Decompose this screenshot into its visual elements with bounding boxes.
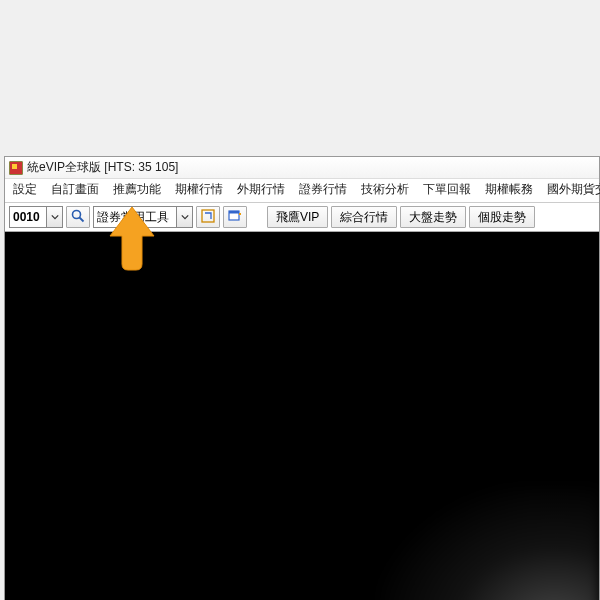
new-window-icon xyxy=(227,208,243,227)
content-area xyxy=(5,232,599,600)
refresh-icon xyxy=(200,208,216,227)
btn-stock-trend[interactable]: 個股走勢 xyxy=(469,206,535,228)
menu-technical-analysis[interactable]: 技術分析 xyxy=(361,181,409,198)
menu-custom-screen[interactable]: 自訂畫面 xyxy=(51,181,99,198)
menu-options-account[interactable]: 期權帳務 xyxy=(485,181,533,198)
svg-line-1 xyxy=(80,217,84,221)
app-window: 統eVIP全球版 [HTS: 35 105] 設定 自訂畫面 推薦功能 期權行情… xyxy=(4,156,600,600)
search-icon xyxy=(70,208,86,227)
titlebar: 統eVIP全球版 [HTS: 35 105] xyxy=(5,157,599,179)
chevron-down-icon[interactable] xyxy=(176,207,192,227)
chevron-down-icon[interactable] xyxy=(46,207,62,227)
new-window-button[interactable] xyxy=(223,206,247,228)
app-icon xyxy=(9,161,23,175)
btn-label: 大盤走勢 xyxy=(409,209,457,226)
svg-point-0 xyxy=(73,210,81,218)
btn-combined-quotes[interactable]: 綜合行情 xyxy=(331,206,397,228)
tool-combo[interactable] xyxy=(93,206,193,228)
menu-securities-quotes[interactable]: 證券行情 xyxy=(299,181,347,198)
menu-order-report[interactable]: 下單回報 xyxy=(423,181,471,198)
refresh-button[interactable] xyxy=(196,206,220,228)
btn-market-trend[interactable]: 大盤走勢 xyxy=(400,206,466,228)
btn-label: 綜合行情 xyxy=(340,209,388,226)
menu-settings[interactable]: 設定 xyxy=(13,181,37,198)
stock-code-combo[interactable] xyxy=(9,206,63,228)
btn-label: 個股走勢 xyxy=(478,209,526,226)
menu-recommend[interactable]: 推薦功能 xyxy=(113,181,161,198)
btn-label: 飛鷹VIP xyxy=(276,209,319,226)
toolbar: 飛鷹VIP 綜合行情 大盤走勢 個股走勢 xyxy=(5,203,599,232)
menu-options-quotes[interactable]: 期權行情 xyxy=(175,181,223,198)
window-title: 統eVIP全球版 [HTS: 35 105] xyxy=(27,159,178,176)
menu-foreign-futures-account[interactable]: 國外期貨交易帳務 xyxy=(547,181,600,198)
background-gradient xyxy=(379,486,599,600)
menu-foreign-futures[interactable]: 外期行情 xyxy=(237,181,285,198)
menubar: 設定 自訂畫面 推薦功能 期權行情 外期行情 證券行情 技術分析 下單回報 期權… xyxy=(5,179,599,203)
svg-rect-4 xyxy=(229,211,239,214)
btn-eagle-vip[interactable]: 飛鷹VIP xyxy=(267,206,328,228)
stock-code-input[interactable] xyxy=(10,210,46,224)
svg-rect-2 xyxy=(202,210,214,222)
search-button[interactable] xyxy=(66,206,90,228)
tool-combo-input[interactable] xyxy=(94,210,176,224)
